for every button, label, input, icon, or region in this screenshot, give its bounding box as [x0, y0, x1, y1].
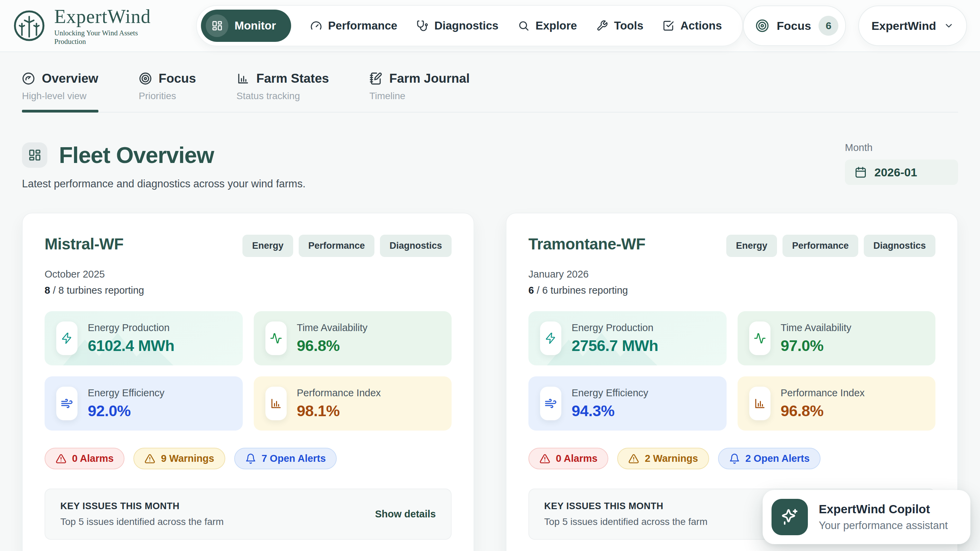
nav-item-monitor[interactable]: Monitor [201, 10, 291, 42]
alarms-label: 0 Alarms [556, 453, 597, 464]
chip-diagnostics[interactable]: Diagnostics [864, 235, 935, 257]
account-label: ExpertWind [871, 19, 936, 33]
turbines-count: 6 [528, 285, 534, 296]
metric-label: Performance Index [781, 387, 865, 399]
nav-item-performance[interactable]: Performance [310, 19, 398, 32]
calendar-icon [854, 166, 867, 178]
brand-logo[interactable]: ExpertWind Unlocking Your Wind Assets Pr… [13, 5, 165, 46]
alarms-badge[interactable]: 0 Alarms [528, 448, 608, 469]
target-icon [756, 19, 769, 33]
nav-label: Explore [536, 19, 577, 32]
bell-icon [729, 453, 740, 464]
nav-label: Tools [614, 19, 644, 32]
account-dropdown[interactable]: ExpertWind [858, 5, 967, 46]
month-label: Month [845, 142, 958, 153]
focus-count-badge: 6 [818, 16, 838, 36]
section-tabs: Overview High-level view Focus Prioritie… [22, 72, 958, 113]
key-issues-title: KEY ISSUES THIS MONTH [544, 501, 707, 511]
nav-item-tools[interactable]: Tools [596, 19, 644, 32]
target-icon [139, 72, 152, 85]
nav-label: Performance [328, 19, 398, 32]
tab-subtitle: Timeline [369, 91, 469, 102]
alarms-badge[interactable]: 0 Alarms [45, 448, 124, 469]
metric-label: Energy Production [572, 322, 659, 333]
metric-value: 97.0% [781, 337, 851, 355]
tab-overview[interactable]: Overview High-level view [22, 72, 99, 112]
warnings-label: 2 Warnings [644, 453, 698, 464]
open-alerts-badge[interactable]: 2 Open Alerts [718, 448, 821, 469]
copilot-launcher[interactable]: ExpertWind Copilot Your performance assi… [763, 490, 970, 544]
open-alerts-label: 2 Open Alerts [745, 453, 810, 464]
chip-energy[interactable]: Energy [242, 235, 293, 257]
farm-card-mistral: Mistral-WF Energy Performance Diagnostic… [22, 213, 474, 551]
metric-performance-index: Performance Index 98.1% [254, 376, 452, 431]
circle-gauge-icon [22, 72, 35, 85]
brand-tagline: Unlocking Your Wind Assets Production [54, 29, 165, 46]
nav-item-actions[interactable]: Actions [662, 19, 722, 32]
dashboard-grid-icon [22, 142, 47, 168]
chip-performance[interactable]: Performance [783, 235, 858, 257]
stethoscope-icon [417, 20, 428, 32]
nav-item-diagnostics[interactable]: Diagnostics [417, 19, 499, 32]
nav-label: Monitor [235, 19, 276, 32]
metric-energy-production: Energy Production 2756.7 MWh [528, 311, 727, 365]
zap-icon [56, 322, 78, 355]
turbines-rest: / 8 turbines reporting [50, 285, 144, 296]
bar-chart-icon [237, 72, 250, 85]
nav-item-explore[interactable]: Explore [518, 19, 577, 32]
tab-label: Farm States [256, 72, 329, 86]
turbines-reporting: 6 / 6 turbines reporting [528, 285, 935, 296]
primary-nav: Monitor Performance Diagnostics Explore … [196, 5, 743, 46]
tab-focus[interactable]: Focus Priorities [139, 72, 196, 112]
focus-button[interactable]: Focus 6 [743, 5, 846, 46]
metric-label: Energy Efficiency [572, 387, 648, 399]
metric-value: 92.0% [88, 402, 165, 420]
warnings-badge[interactable]: 2 Warnings [617, 448, 709, 469]
metric-label: Energy Efficiency [88, 387, 165, 399]
warnings-label: 9 Warnings [161, 453, 214, 464]
metric-value: 6102.4 MWh [88, 337, 175, 355]
turbines-reporting: 8 / 8 turbines reporting [45, 285, 452, 296]
chevron-down-icon [943, 21, 954, 31]
key-issues-panel: KEY ISSUES THIS MONTH Top 5 issues ident… [45, 489, 452, 540]
key-issues-subtitle: Top 5 issues identified across the farm [544, 516, 707, 527]
warnings-badge[interactable]: 9 Warnings [134, 448, 225, 469]
tab-label: Farm Journal [389, 72, 469, 86]
tab-label: Overview [42, 72, 99, 86]
tab-subtitle: High-level view [22, 91, 99, 102]
alert-triangle-icon [144, 453, 155, 464]
bell-icon [245, 453, 256, 464]
month-picker[interactable]: 2026-01 [845, 159, 958, 185]
wind-icon [540, 387, 561, 420]
turbines-rest: / 6 turbines reporting [534, 285, 628, 296]
sparkles-icon [772, 499, 808, 535]
gauge-icon [310, 20, 322, 32]
tab-farm-states[interactable]: Farm States Status tracking [237, 72, 329, 112]
open-alerts-label: 7 Open Alerts [262, 453, 326, 464]
app-header: ExpertWind Unlocking Your Wind Assets Pr… [0, 0, 980, 52]
wind-icon [56, 387, 78, 420]
tab-subtitle: Priorities [139, 91, 196, 102]
nav-label: Diagnostics [434, 19, 499, 32]
activity-icon [266, 322, 287, 355]
farm-period: October 2025 [45, 269, 452, 280]
check-square-icon [662, 20, 674, 32]
chip-diagnostics[interactable]: Diagnostics [380, 235, 452, 257]
search-icon [518, 20, 530, 32]
farm-period: January 2026 [528, 269, 935, 280]
brand-name: ExpertWind [54, 5, 165, 27]
bar-chart-icon [266, 387, 287, 420]
tab-farm-journal[interactable]: Farm Journal Timeline [369, 72, 469, 112]
focus-label: Focus [777, 19, 811, 33]
metric-time-availability: Time Availability 97.0% [738, 311, 936, 365]
open-alerts-badge[interactable]: 7 Open Alerts [234, 448, 337, 469]
tab-label: Focus [159, 72, 196, 86]
chip-performance[interactable]: Performance [299, 235, 374, 257]
alarms-label: 0 Alarms [72, 453, 113, 464]
page-subtitle: Latest performance and diagnostics acros… [22, 178, 305, 190]
metric-value: 2756.7 MWh [572, 337, 659, 355]
show-details-link[interactable]: Show details [375, 508, 436, 520]
metric-label: Performance Index [297, 387, 381, 399]
metric-value: 94.3% [572, 402, 648, 420]
chip-energy[interactable]: Energy [726, 235, 777, 257]
